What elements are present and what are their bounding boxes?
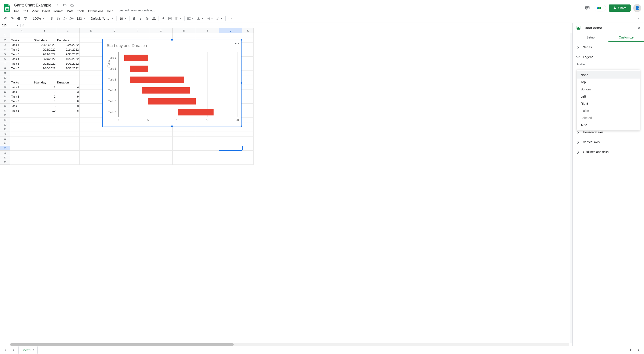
cell-B18[interactable] <box>33 113 56 118</box>
cell-D27[interactable] <box>80 155 103 160</box>
cell-A24[interactable] <box>10 141 33 146</box>
cell-D8[interactable] <box>80 66 103 71</box>
col-header-J[interactable]: J <box>219 28 242 33</box>
row-header-28[interactable]: 28 <box>0 160 10 165</box>
menu-file[interactable]: File <box>12 9 21 14</box>
row-header-20[interactable]: 20 <box>0 122 10 127</box>
cell-A27[interactable] <box>10 155 33 160</box>
row-header-12[interactable]: 12 <box>0 85 10 90</box>
merge-button[interactable]: ▼ <box>174 16 183 21</box>
col-header-H[interactable]: H <box>173 28 196 33</box>
col-header-A[interactable]: A <box>10 28 33 33</box>
cell-I28[interactable] <box>196 160 219 165</box>
cell-K5[interactable] <box>242 52 254 57</box>
cell-D19[interactable] <box>80 118 103 122</box>
position-option-right[interactable]: Right <box>577 100 640 107</box>
menu-extensions[interactable]: Extensions <box>86 9 105 14</box>
cell-A9[interactable] <box>10 71 33 75</box>
cell-J25[interactable] <box>219 146 242 151</box>
row-header-18[interactable]: 18 <box>0 113 10 118</box>
cell-B23[interactable] <box>33 137 56 141</box>
share-button[interactable]: Share <box>609 5 630 12</box>
cell-D18[interactable] <box>80 113 103 118</box>
cell-D4[interactable] <box>80 47 103 52</box>
cell-K22[interactable] <box>242 132 254 137</box>
cell-A12[interactable]: Task 1 <box>10 85 33 90</box>
cell-D2[interactable] <box>80 38 103 43</box>
row-header-10[interactable]: 10 <box>0 75 10 80</box>
cell-K21[interactable] <box>242 127 254 132</box>
cell-A1[interactable] <box>10 33 33 38</box>
cell-D6[interactable] <box>80 57 103 61</box>
cell-J23[interactable] <box>219 137 242 141</box>
row-header-3[interactable]: 3 <box>0 43 10 47</box>
cell-B8[interactable]: 9/30/2022 <box>33 66 56 71</box>
cell-B10[interactable] <box>33 75 56 80</box>
cell-C28[interactable] <box>56 160 80 165</box>
cell-E26[interactable] <box>103 151 126 155</box>
cell-D1[interactable] <box>80 33 103 38</box>
cell-G1[interactable] <box>149 33 173 38</box>
row-header-22[interactable]: 22 <box>0 132 10 137</box>
rotate-button[interactable]: ▼ <box>215 16 224 21</box>
cell-I25[interactable] <box>196 146 219 151</box>
position-option-none[interactable]: None <box>577 71 640 79</box>
row-header-8[interactable]: 8 <box>0 66 10 71</box>
menu-view[interactable]: View <box>30 9 40 14</box>
row-header-26[interactable]: 26 <box>0 151 10 155</box>
cell-C20[interactable] <box>56 122 80 127</box>
cell-G26[interactable] <box>149 151 173 155</box>
cloud-icon[interactable] <box>70 3 74 8</box>
cell-H28[interactable] <box>173 160 196 165</box>
cell-D15[interactable] <box>80 99 103 104</box>
cell-E23[interactable] <box>103 137 126 141</box>
row-header-27[interactable]: 27 <box>0 155 10 160</box>
doc-title[interactable]: Gantt Chart Example <box>12 3 53 8</box>
cell-E28[interactable] <box>103 160 126 165</box>
cell-D5[interactable] <box>80 52 103 57</box>
cell-B25[interactable] <box>33 146 56 151</box>
row-header-5[interactable]: 5 <box>0 52 10 57</box>
increase-decimal-button[interactable]: .00→ <box>69 16 75 22</box>
all-sheets-button[interactable]: ≡ <box>10 347 16 353</box>
cell-B28[interactable] <box>33 160 56 165</box>
tab-customize[interactable]: Customize <box>608 33 644 42</box>
cell-H23[interactable] <box>173 137 196 141</box>
decrease-decimal-button[interactable]: .0← <box>62 16 68 22</box>
col-header-B[interactable]: B <box>33 28 56 33</box>
cell-A14[interactable]: Task 3 <box>10 94 33 99</box>
chart-menu-icon[interactable]: ⋮ <box>234 42 240 46</box>
cell-B20[interactable] <box>33 122 56 127</box>
cell-K12[interactable] <box>242 85 254 90</box>
vertical-scrollbar[interactable] <box>570 33 572 343</box>
font-select[interactable]: Default (Ari...▼ <box>90 16 115 21</box>
cell-B19[interactable] <box>33 118 56 122</box>
cell-B4[interactable]: 9/21/2022 <box>33 47 56 52</box>
cell-K25[interactable] <box>242 146 254 151</box>
cell-F27[interactable] <box>126 155 149 160</box>
cell-I27[interactable] <box>196 155 219 160</box>
cell-G28[interactable] <box>149 160 173 165</box>
cell-B16[interactable]: 5 <box>33 104 56 108</box>
cell-K2[interactable] <box>242 38 254 43</box>
add-sheet-button[interactable]: + <box>2 347 8 353</box>
cell-I1[interactable] <box>196 33 219 38</box>
sheet-tab-1[interactable]: Sheet1▼ <box>18 346 38 353</box>
cell-A25[interactable] <box>10 146 33 151</box>
cell-K19[interactable] <box>242 118 254 122</box>
row-header-9[interactable]: 9 <box>0 71 10 75</box>
cell-E1[interactable] <box>103 33 126 38</box>
cell-K4[interactable] <box>242 47 254 52</box>
cell-C24[interactable] <box>56 141 80 146</box>
cell-H21[interactable] <box>173 127 196 132</box>
cell-A19[interactable] <box>10 118 33 122</box>
cell-C14[interactable]: 9 <box>56 94 80 99</box>
cell-C23[interactable] <box>56 137 80 141</box>
row-header-1[interactable]: 1 <box>0 33 10 38</box>
col-header-I[interactable]: I <box>196 28 219 33</box>
cell-A6[interactable]: Task 4 <box>10 57 33 61</box>
cell-B7[interactable]: 9/25/2022 <box>33 61 56 66</box>
cell-D20[interactable] <box>80 122 103 127</box>
cell-E22[interactable] <box>103 132 126 137</box>
italic-button[interactable]: I <box>138 16 144 22</box>
